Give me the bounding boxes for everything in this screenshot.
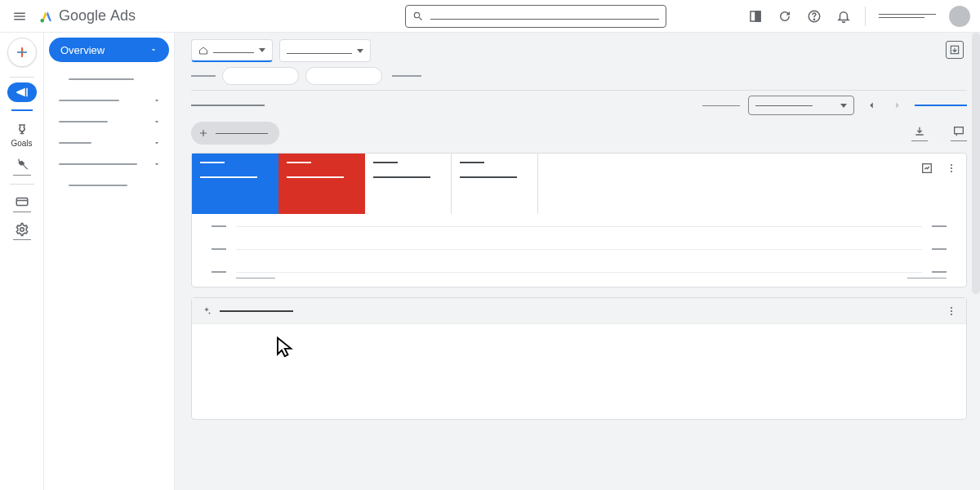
filter-chip[interactable] bbox=[305, 67, 382, 85]
sidebar-item-change-history[interactable] bbox=[59, 175, 169, 196]
svg-rect-7 bbox=[21, 51, 23, 53]
filter-bar bbox=[191, 67, 967, 85]
sidebar-item-audiences[interactable] bbox=[49, 154, 169, 175]
feedback-icon[interactable] bbox=[951, 125, 967, 141]
performance-card bbox=[191, 153, 967, 287]
svg-point-15 bbox=[951, 167, 952, 169]
performance-chart bbox=[192, 214, 966, 287]
svg-point-4 bbox=[813, 19, 814, 20]
svg-rect-2 bbox=[755, 11, 760, 21]
expand-chart-icon[interactable] bbox=[920, 162, 933, 175]
rail-billing[interactable] bbox=[3, 189, 41, 216]
svg-rect-8 bbox=[16, 198, 28, 206]
scope-account[interactable] bbox=[191, 39, 273, 62]
svg-point-19 bbox=[951, 314, 952, 315]
home-icon bbox=[198, 46, 208, 56]
create-button[interactable] bbox=[7, 38, 37, 67]
search-icon bbox=[412, 11, 424, 22]
chevron-down-icon bbox=[840, 104, 847, 108]
sidebar-item-insights[interactable] bbox=[49, 90, 169, 111]
page-title bbox=[191, 105, 265, 106]
appearance-icon[interactable] bbox=[747, 8, 764, 24]
recommendations-card bbox=[191, 297, 967, 420]
metric-tile-cost[interactable] bbox=[452, 154, 538, 214]
account-switcher[interactable] bbox=[879, 14, 936, 18]
metric-tile-cpc[interactable] bbox=[365, 154, 452, 214]
scope-campaign[interactable] bbox=[279, 39, 371, 62]
scrollbar[interactable] bbox=[972, 33, 980, 294]
help-icon[interactable] bbox=[806, 8, 822, 24]
chevron-down-icon bbox=[259, 48, 265, 52]
product-logo[interactable]: Google Ads bbox=[39, 7, 136, 24]
metric-tile-clicks[interactable] bbox=[192, 154, 278, 214]
main-content bbox=[175, 33, 980, 490]
date-next-button bbox=[889, 96, 906, 114]
metric-tile-impressions[interactable] bbox=[278, 154, 365, 214]
compare-label bbox=[702, 105, 740, 106]
left-rail: Goals bbox=[0, 33, 44, 490]
plus-icon bbox=[198, 127, 209, 139]
date-prev-button[interactable] bbox=[862, 96, 880, 114]
svg-point-16 bbox=[951, 171, 952, 172]
sidebar-item-assets[interactable] bbox=[49, 132, 169, 154]
rail-admin[interactable] bbox=[3, 217, 41, 243]
save-layout-icon[interactable] bbox=[946, 41, 964, 59]
menu-icon[interactable] bbox=[10, 7, 29, 26]
refresh-icon[interactable] bbox=[777, 8, 793, 24]
svg-point-18 bbox=[951, 310, 952, 312]
svg-point-10 bbox=[20, 228, 24, 232]
sidebar-item-recommendations[interactable] bbox=[59, 69, 169, 90]
filter-chip[interactable] bbox=[222, 67, 299, 85]
svg-point-0 bbox=[41, 19, 45, 23]
rail-goals-label: Goals bbox=[11, 139, 32, 148]
rail-campaigns[interactable] bbox=[7, 82, 37, 102]
notifications-icon[interactable] bbox=[835, 8, 852, 24]
custom-date-link[interactable] bbox=[915, 105, 967, 106]
chevron-down-icon bbox=[357, 49, 363, 53]
svg-rect-12 bbox=[955, 127, 964, 134]
card-menu-icon[interactable] bbox=[945, 162, 958, 175]
svg-point-17 bbox=[951, 307, 952, 309]
card-menu-icon[interactable] bbox=[945, 305, 958, 320]
search-input[interactable] bbox=[405, 5, 666, 28]
sidebar-item-overview[interactable]: Overview bbox=[49, 38, 169, 62]
rail-goals[interactable]: Goals bbox=[3, 118, 41, 151]
download-icon[interactable] bbox=[911, 125, 928, 141]
add-filter[interactable] bbox=[392, 75, 421, 77]
svg-point-14 bbox=[951, 164, 952, 166]
filter-label bbox=[191, 75, 216, 77]
date-range-select[interactable] bbox=[748, 96, 854, 115]
add-card-button[interactable] bbox=[191, 122, 279, 145]
sidebar-item-campaigns[interactable] bbox=[49, 111, 169, 132]
app-header: Google Ads bbox=[0, 0, 980, 33]
card-title bbox=[220, 310, 293, 312]
avatar[interactable] bbox=[949, 6, 970, 27]
rail-tools[interactable] bbox=[3, 153, 41, 179]
sidebar: Overview bbox=[44, 33, 175, 490]
sparkle-icon bbox=[202, 306, 212, 316]
product-name: Google Ads bbox=[59, 7, 136, 24]
